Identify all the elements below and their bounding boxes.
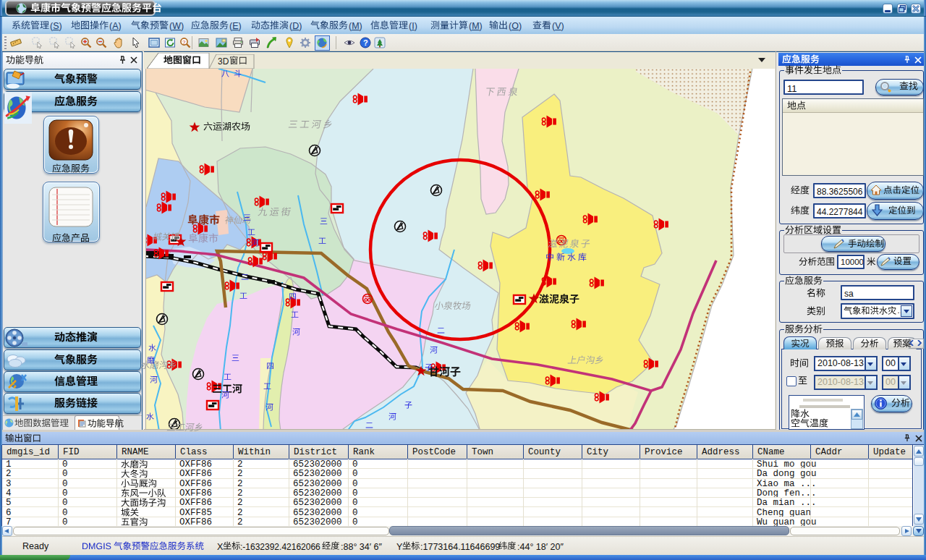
svg-text:?: ? <box>363 38 368 47</box>
svg-text:?: ? <box>182 39 186 46</box>
